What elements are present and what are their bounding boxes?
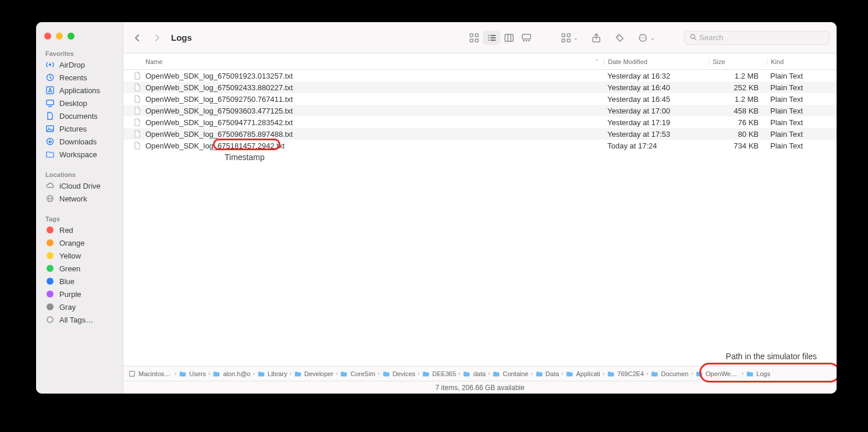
maximize-button[interactable] [67,33,74,40]
svg-point-35 [618,36,619,37]
sidebar-item-all-tags[interactable]: All Tags… [36,313,123,326]
clock-icon [45,73,55,82]
breadcrumb-item[interactable]: Macintosh HD [128,370,172,378]
breadcrumb-item[interactable]: Developer [294,370,333,378]
svg-rect-4 [47,100,54,105]
column-view-button[interactable] [500,31,518,45]
breadcrumb-label: CoreSim [350,370,375,377]
breadcrumb-item[interactable]: Containe [492,370,528,378]
column-header-date[interactable]: Date Modified [604,58,709,65]
finder-window: Favorites AirDrop Recents A Applications… [36,22,837,394]
file-row[interactable]: OpenWeb_SDK_log_675094771.283542.txt Yes… [123,116,837,128]
search-field[interactable] [684,31,830,45]
list-view-button[interactable] [483,31,500,45]
file-row[interactable]: OpenWeb_SDK_log_675091923.013257.txt Yes… [123,70,837,82]
folder-icon [212,370,220,378]
column-header-kind[interactable]: Kind [767,58,837,65]
breadcrumb-item[interactable]: Library [257,370,287,378]
share-button[interactable] [588,30,605,45]
tag-button[interactable] [611,30,628,45]
file-row[interactable]: OpenWeb_SDK_log_675092433.880227.txt Yes… [123,82,837,93]
minimize-button[interactable] [56,33,63,40]
breadcrumb-item[interactable]: Users [179,370,206,378]
text-file-icon [133,71,142,80]
sidebar-item-applications[interactable]: A Applications [36,84,123,97]
all-tags-icon [45,315,55,324]
svg-text:A: A [48,87,52,94]
sidebar-item-label: Workspace [59,150,97,159]
sidebar-item-recents[interactable]: Recents [36,71,123,84]
svg-rect-31 [567,34,570,37]
forward-button[interactable] [150,30,164,46]
svg-rect-27 [523,40,525,41]
sidebar-item-label: Orange [59,239,84,247]
sidebar-item-label: Pictures [59,125,87,133]
file-size: 458 KB [709,107,767,115]
breadcrumb-label: Users [189,370,206,377]
column-header-size[interactable]: Size [709,58,767,65]
group-by-button[interactable]: ⌄ [557,30,582,45]
file-kind: Plain Text [767,72,837,80]
sidebar-item-network[interactable]: Network [36,192,123,205]
gallery-view-button[interactable] [518,31,535,45]
chevron-down-icon: ⌄ [650,35,655,41]
close-button[interactable] [44,33,51,40]
svg-point-37 [641,37,642,38]
window-title: Logs [171,33,192,43]
sidebar-item-downloads[interactable]: Downloads [36,135,123,148]
breadcrumb-item[interactable]: Documen [650,370,688,378]
file-row[interactable]: OpenWeb_SDK_log_675093603.477125.txt Yes… [123,105,837,116]
column-header-name[interactable]: Name ⌃ [123,58,604,65]
folder-icon [340,370,348,378]
breadcrumb-item[interactable]: Devices [382,370,415,378]
sidebar-item-label: Applications [59,86,100,95]
breadcrumb-item[interactable]: DEE365 [422,370,456,378]
sidebar-item-desktop[interactable]: Desktop [36,97,123,109]
breadcrumb-label: alon.h@o [223,370,250,377]
file-row[interactable]: OpenWeb_SDK_log_675181457.2942.txt Today… [123,140,837,151]
folder-icon [294,370,302,378]
sidebar-tag-purple[interactable]: Purple [36,288,123,300]
sidebar-tag-yellow[interactable]: Yellow [36,249,123,262]
sidebar-item-icloud drive[interactable]: iCloud Drive [36,179,123,192]
file-date: Yesterday at 17:19 [604,118,709,127]
action-menu-button[interactable]: ⌄ [634,30,659,45]
breadcrumb-item[interactable]: Applicati [565,370,600,378]
svg-rect-15 [470,39,473,42]
file-row[interactable]: OpenWeb_SDK_log_675092750.767411.txt Yes… [123,93,837,105]
icon-view-button[interactable] [465,31,483,45]
sidebar-item-documents[interactable]: Documents [36,109,123,122]
sidebar-item-pictures[interactable]: Pictures [36,122,123,135]
sidebar-item-airdrop[interactable]: AirDrop [36,58,123,71]
chevron-right-icon: › [645,370,649,377]
sidebar-item-label: All Tags… [59,316,93,324]
breadcrumb-item[interactable]: 769C2E4 [607,370,644,378]
text-file-icon [133,129,142,139]
view-mode-group [465,31,535,45]
search-input[interactable] [699,33,824,42]
folder-icon [650,370,659,378]
chevron-right-icon: › [252,370,256,377]
back-button[interactable] [130,30,144,46]
folder-icon [492,370,500,378]
file-kind: Plain Text [767,118,837,127]
sidebar-tag-blue[interactable]: Blue [36,275,123,288]
file-row[interactable]: OpenWeb_SDK_log_675096785.897488.txt Yes… [123,128,837,140]
chevron-right-icon: › [173,370,177,377]
sidebar-tag-gray[interactable]: Gray [36,300,123,313]
sidebar-tag-orange[interactable]: Orange [36,236,123,249]
svg-point-0 [49,63,51,66]
file-list[interactable]: OpenWeb_SDK_log_675091923.013257.txt Yes… [123,70,837,366]
breadcrumb-item[interactable]: CoreSim [340,370,375,378]
sidebar-section-locations: Locations [36,161,123,179]
breadcrumb-item[interactable]: alon.h@o [212,370,250,378]
breadcrumb-item[interactable]: data [463,370,485,378]
sidebar-item-label: Red [59,226,73,235]
downloads-icon [45,137,55,146]
chevron-right-icon: › [602,370,606,377]
breadcrumb-item[interactable]: Data [535,370,559,378]
sidebar-tag-green[interactable]: Green [36,262,123,275]
globe-icon [45,194,55,203]
sidebar-item-workspace[interactable]: Workspace [36,148,123,161]
sidebar-tag-red[interactable]: Red [36,224,123,236]
